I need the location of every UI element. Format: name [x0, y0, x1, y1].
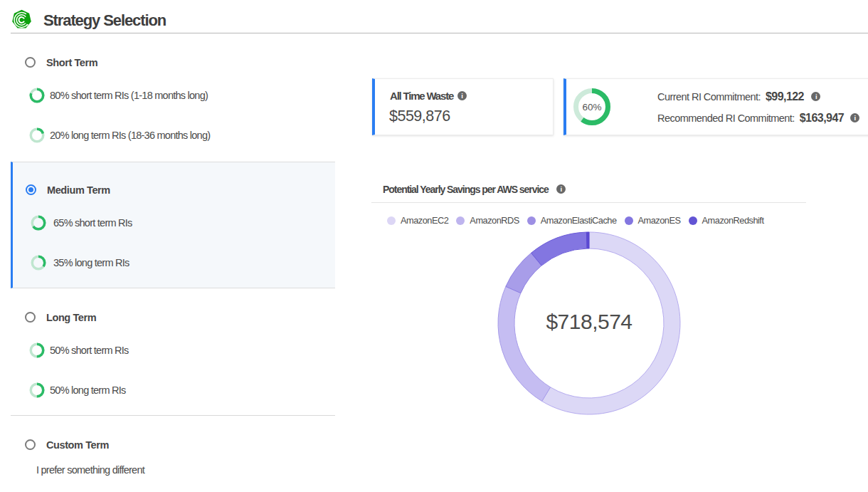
svg-text:$718,574: $718,574 [546, 310, 632, 333]
svg-text:60%: 60% [582, 102, 601, 112]
